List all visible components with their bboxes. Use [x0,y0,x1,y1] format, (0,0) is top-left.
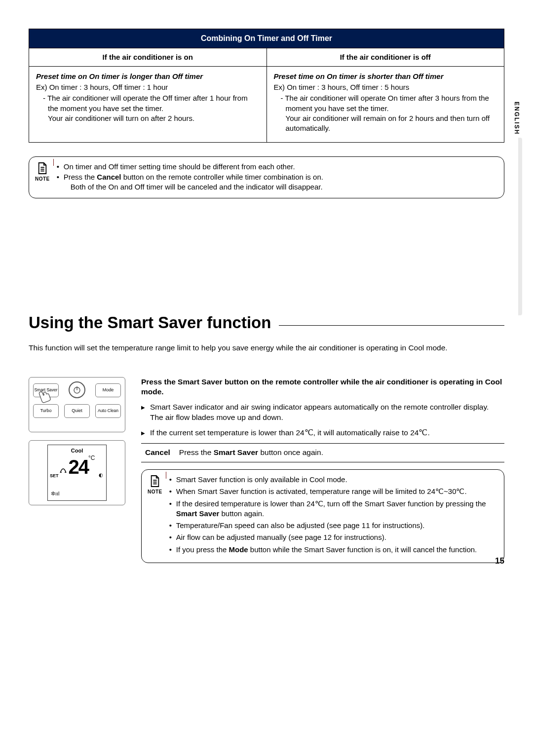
cell-off: Preset time on On timer is shorter than … [266,66,504,143]
on-desc2: Your air conditioner will turn on after … [36,113,260,123]
ss-note-bold: Smart Saver [176,509,220,518]
ss-point-list: Smart Saver indicator and air swing indi… [141,402,504,438]
off-example: Ex) On timer : 3 hours, Off timer : 5 ho… [274,82,497,92]
smart-saver-text: Press the Smart Saver button on the remo… [141,377,504,563]
remote-mode-button: Mode [95,383,121,397]
ss-point-text: Smart Saver indicator and air swing indi… [150,403,489,411]
fan-indicator-icon: ✲ııl [51,490,60,497]
ss-note-item: When Smart Saver function is activated, … [169,487,496,496]
ss-note-text: button while the Smart Saver function is… [248,545,477,554]
section-intro: This function will set the temperature r… [29,343,504,353]
heading-rule [279,325,504,326]
on-desc1: - The air conditioner will operate the O… [36,93,260,113]
language-tab: ENGLISH [511,99,522,138]
remote-quiet-button: Quiet [64,404,90,418]
display-unit: °C [88,454,95,461]
col-off-header: If the air conditioner is off [266,48,504,66]
swing-indicator-icon: ◐ [99,472,103,479]
note-icon-col: NOTE [35,162,50,183]
note-icon-col: NOTE [148,475,162,495]
power-icon [69,381,85,398]
display-mode: Cool [51,447,103,454]
ss-note-text: button again. [219,509,264,518]
cancel-text-post: button once again. [258,448,323,456]
ss-note-box: NOTE Smart Saver function is only availa… [141,469,504,563]
cancel-text-pre: Press the [179,448,214,456]
note-page-icon [37,162,48,175]
note-text: button on the remote controller while ti… [121,173,323,181]
off-desc1: - The air conditioner will operate On ti… [274,93,497,113]
ss-note-item: If the desired temperature is lower than… [169,499,496,519]
ss-note-text: If the desired temperature is lower than… [176,499,486,508]
section-heading-row: Using the Smart Saver function [29,312,504,334]
smart-saver-indicator-icon [59,468,67,474]
ss-note-list: Smart Saver function is only available i… [169,475,496,557]
timer-note-item: Press the Cancel button on the remote co… [57,172,323,192]
remote-auto-clean-button: Auto Clean [95,404,121,418]
ss-lead-pre: Press the [141,378,178,386]
off-preset: Preset time on On timer is shorter than … [274,72,497,81]
ss-point: If the current set temperature is lower … [141,428,504,438]
timer-note-item: On timer and Off timer setting time shou… [57,162,323,172]
note-label: NOTE [148,489,162,495]
remote-turbo-button: Turbo [33,404,59,418]
timer-combination-table: Combining On Timer and Off Timer If the … [29,29,504,143]
note-text: Press the [64,173,97,181]
cancel-text-bold: Smart Saver [214,448,258,456]
ss-note-bold: Mode [229,545,248,554]
ss-lead-bold: Smart Saver [178,378,222,386]
cancel-row: Cancel Press the Smart Saver button once… [141,443,504,462]
cancel-label: Cancel [145,448,170,458]
on-preset: Preset time on On timer is longer than O… [36,72,260,81]
ss-note-item: If you press the Mode button while the S… [169,545,496,555]
ss-note-item: Temperature/Fan speed can also be adjust… [169,521,496,530]
timer-note-box: NOTE On timer and Off timer setting time… [29,156,504,198]
off-desc2: Your air conditioner will remain on for … [274,113,497,134]
on-example: Ex) On timer : 3 hours, Off timer : 1 ho… [36,82,260,92]
remote-figure: Smart Saver Mode Turbo Quiet Auto Clean [29,377,125,432]
ss-note-item: Air flow can be adjusted manually (see p… [169,532,496,542]
ss-note-text: If you press the [176,545,229,554]
cancel-text: Press the Smart Saver button once again. [179,448,323,458]
smart-saver-row: Smart Saver Mode Turbo Quiet Auto Clean … [29,377,504,563]
ss-lead: Press the Smart Saver button on the remo… [141,377,504,398]
note-text-cont: Both of the On and Off timer will be can… [64,182,323,192]
display-figure: Cool SET 24°C ◐ ✲ııl [29,440,125,505]
figure-column: Smart Saver Mode Turbo Quiet Auto Clean … [29,377,125,563]
ss-point: Smart Saver indicator and air swing indi… [141,402,504,423]
col-on-header: If the air conditioner is on [29,48,267,66]
page-number: 15 [495,556,504,567]
table-header: Combining On Timer and Off Timer [29,29,504,48]
note-label: NOTE [35,176,50,183]
note-page-icon [150,475,160,488]
cancel-bold: Cancel [97,173,121,181]
timer-note-list: On timer and Off timer setting time shou… [57,162,323,192]
svg-point-6 [65,472,66,473]
cell-on: Preset time on On timer is longer than O… [29,66,267,143]
svg-point-5 [61,472,62,473]
ss-point-sub: The air flow blades move up and down. [150,413,504,423]
display-set-label: SET [50,473,59,479]
display-temp: 24 [68,457,88,477]
display-screen: Cool SET 24°C ◐ ✲ııl [47,445,107,501]
ss-note-item: Smart Saver function is only available i… [169,475,496,485]
section-title: Using the Smart Saver function [29,312,271,334]
